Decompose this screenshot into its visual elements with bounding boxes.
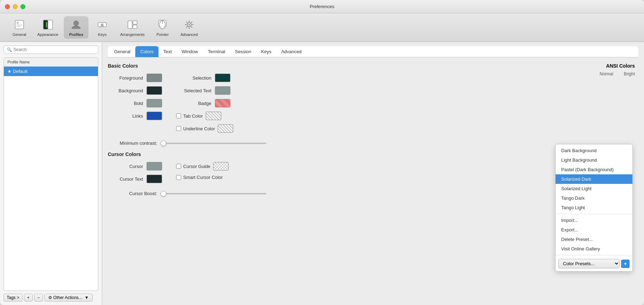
links-swatch[interactable] <box>147 112 162 120</box>
tab-window[interactable]: Window <box>177 46 203 57</box>
selected-text-label: Selected Text <box>176 88 211 93</box>
cursor-text-swatch[interactable] <box>147 175 162 183</box>
dropdown-item-solarized-light[interactable]: Solarized Light <box>556 184 632 193</box>
min-contrast-label: Minimum contrast: <box>108 141 157 146</box>
toolbar-item-pointer[interactable]: Pointer <box>150 16 175 39</box>
toolbar-item-general[interactable]: General <box>7 16 32 39</box>
remove-profile-button[interactable]: − <box>34 294 43 301</box>
basic-colors-title: Basic Colors <box>108 63 515 69</box>
toolbar-label-profiles: Profiles <box>69 32 83 37</box>
background-swatch[interactable] <box>147 86 162 95</box>
smart-cursor-label[interactable]: Smart Cursor Color <box>176 175 223 180</box>
ansi-bright-label: Bright <box>624 71 635 76</box>
svg-rect-3 <box>17 26 21 27</box>
svg-rect-11 <box>133 21 137 24</box>
dropdown-item-light-background[interactable]: Light Background <box>556 155 632 165</box>
profile-list: Profile Name ★ Default <box>4 57 98 291</box>
cursor-boost-thumb[interactable] <box>161 191 166 197</box>
maximize-button[interactable] <box>20 4 25 9</box>
bold-label: Bold <box>108 101 143 106</box>
dropdown-item-solarized-dark[interactable]: Solarized Dark <box>556 174 632 184</box>
tab-color-checkbox[interactable] <box>176 113 181 118</box>
tab-color-label[interactable]: Tab Color <box>176 113 203 119</box>
tab-colors[interactable]: Colors <box>135 46 159 57</box>
tab-text[interactable]: Text <box>159 46 177 57</box>
toolbar-label-general: General <box>12 32 26 37</box>
svg-rect-10 <box>128 21 132 29</box>
tab-color-swatch[interactable] <box>206 112 221 120</box>
search-icon: 🔍 <box>7 47 12 52</box>
dropdown-item-import[interactable]: Import... <box>556 216 632 225</box>
min-contrast-track[interactable] <box>161 143 266 144</box>
dropdown-item-tango-light[interactable]: Tango Light <box>556 203 632 212</box>
other-actions-button[interactable]: ⚙ Other Actions... ▼ <box>44 294 93 301</box>
cursor-colors-title: Cursor Colors <box>108 151 515 157</box>
toolbar-item-arrangements[interactable]: Arrangements <box>116 16 149 39</box>
dropdown-item-tango-dark[interactable]: Tango Dark <box>556 193 632 203</box>
dropdown-item-pastel[interactable]: Pastel (Dark Background) <box>556 165 632 174</box>
smart-cursor-checkbox[interactable] <box>176 175 181 180</box>
selection-swatch[interactable] <box>215 74 230 82</box>
cursor-guide-swatch[interactable] <box>213 162 229 170</box>
toolbar-label-appearance: Appearance <box>37 32 58 37</box>
tab-keys[interactable]: Keys <box>256 46 276 57</box>
toolbar-item-advanced[interactable]: Advanced <box>176 16 202 39</box>
minimize-button[interactable] <box>13 4 18 9</box>
right-section: ANSI Colors Normal Bright Dark Backgroun… <box>522 63 638 301</box>
badge-label: Badge <box>176 101 211 106</box>
background-label: Background <box>108 88 143 93</box>
toolbar-item-profiles[interactable]: Profiles <box>64 16 88 39</box>
basic-color-columns: Foreground Background Bold <box>108 74 515 137</box>
ansi-dropdown-menu: Dark Background Light Background Pastel … <box>555 144 633 272</box>
cursor-color-columns: Cursor Cursor Text <box>108 162 515 187</box>
ansi-title: ANSI Colors <box>606 63 638 69</box>
cursor-text-row: Cursor Text <box>108 175 162 183</box>
dropdown-item-export[interactable]: Export... <box>556 225 632 235</box>
min-contrast-thumb[interactable] <box>161 141 166 146</box>
profile-item-default[interactable]: ★ Default <box>4 67 98 76</box>
underline-color-label[interactable]: Underline Color <box>176 126 215 131</box>
color-presets-select[interactable]: Color Presets... <box>558 259 620 268</box>
background-row: Background <box>108 86 162 95</box>
svg-rect-12 <box>133 25 137 29</box>
tab-advanced[interactable]: Advanced <box>276 46 306 57</box>
content-area: 🔍 Profile Name ★ Default Tags > + − <box>0 42 644 305</box>
selected-text-row: Selected Text <box>176 86 233 95</box>
tab-session[interactable]: Session <box>230 46 256 57</box>
svg-rect-2 <box>17 25 22 25</box>
underline-color-checkbox[interactable] <box>176 126 181 131</box>
search-input[interactable] <box>13 47 95 52</box>
toolbar-label-arrangements: Arrangements <box>120 32 144 37</box>
color-presets-arrow-button[interactable]: ▼ <box>621 260 630 268</box>
pointer-icon <box>156 18 169 31</box>
cursor-right-col: Cursor Guide Smart Cursor Color <box>176 162 229 187</box>
toolbar-item-keys[interactable]: ⌘ Keys <box>90 16 114 39</box>
tags-button[interactable]: Tags > <box>4 294 23 301</box>
foreground-swatch[interactable] <box>147 74 162 82</box>
dropdown-item-delete-preset[interactable]: Delete Preset... <box>556 235 632 244</box>
links-row: Links <box>108 112 162 120</box>
window-title: Preferences <box>310 4 334 9</box>
search-box[interactable]: 🔍 <box>4 45 98 54</box>
tab-general[interactable]: General <box>109 46 135 57</box>
dropdown-separator-2 <box>556 255 632 255</box>
advanced-icon <box>183 18 196 31</box>
cursor-guide-checkbox[interactable] <box>176 164 181 169</box>
badge-swatch[interactable] <box>215 99 230 107</box>
cursor-boost-track[interactable] <box>161 193 266 194</box>
cursor-guide-label[interactable]: Cursor Guide <box>176 164 210 169</box>
links-label: Links <box>108 113 143 119</box>
underline-color-swatch[interactable] <box>218 124 233 133</box>
dropdown-item-dark-background[interactable]: Dark Background <box>556 146 632 155</box>
svg-rect-6 <box>46 22 47 27</box>
toolbar-item-appearance[interactable]: Appearance <box>33 16 62 39</box>
svg-rect-5 <box>43 20 48 29</box>
tab-terminal[interactable]: Terminal <box>203 46 230 57</box>
close-button[interactable] <box>5 4 10 9</box>
dropdown-item-visit-gallery[interactable]: Visit Online Gallery <box>556 244 632 254</box>
bold-swatch[interactable] <box>147 99 162 107</box>
selected-text-swatch[interactable] <box>215 86 230 95</box>
cursor-swatch[interactable] <box>147 162 162 170</box>
profile-list-header: Profile Name <box>4 58 98 67</box>
add-profile-button[interactable]: + <box>24 294 33 301</box>
